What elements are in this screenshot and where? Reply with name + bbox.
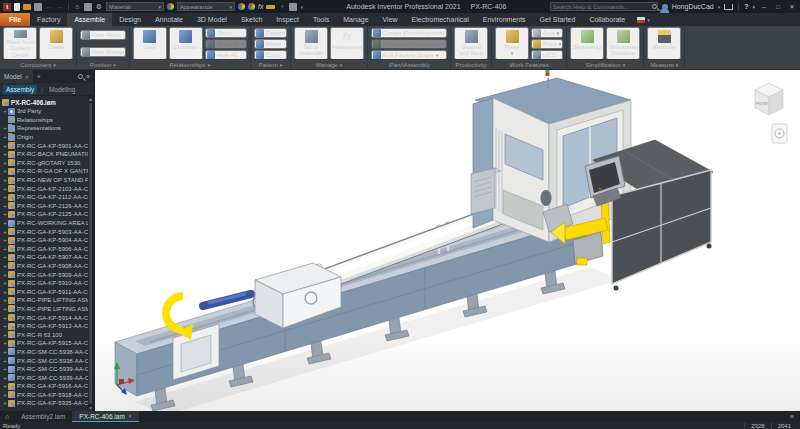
ribbon-tab-tools[interactable]: Tools [306, 13, 336, 26]
mirror-button[interactable]: Mirror [254, 39, 287, 49]
chevron-down-icon[interactable]: ▾ [647, 17, 650, 23]
tree-node[interactable]: +PX-RC-GA-KP-2103-AA-COLOUR[ [2, 184, 93, 193]
parameters-fx-icon[interactable]: fx [258, 3, 263, 10]
tree-node[interactable]: +PX-RC-GA-KP-5910-AA-COLOUR[ [2, 279, 93, 288]
show-button[interactable]: Show [205, 28, 247, 38]
tree-node[interactable]: +PX-RC-GA-KP-5906-AA-COLOUR[ [2, 245, 93, 254]
add-browser-tab-button[interactable]: + [33, 73, 45, 80]
appearance-combobox[interactable]: Appearance ▾ [177, 2, 235, 11]
ribbon-tab-inspect[interactable]: Inspect [269, 13, 306, 26]
tree-root-node[interactable]: PX-RC-406.iam [2, 97, 93, 107]
user-name[interactable]: HongDucCad [672, 3, 714, 10]
tree-node[interactable]: +PX-RC-SM-CC-5938-AA-COLOUR[ [2, 348, 93, 357]
search-icon[interactable] [652, 4, 657, 9]
shrinkwrap-button[interactable]: Shrinkwrap [570, 27, 604, 60]
panel-label-work-features[interactable]: Work Features [492, 59, 566, 69]
tree-node[interactable]: +PX-RC-GA-KP-5904-AA-COLOUR[ [2, 236, 93, 245]
color-wheel-icon[interactable] [167, 3, 174, 10]
tree-node[interactable]: +PX-RC-BACK PNEUMATIC CHUCK [2, 150, 93, 159]
redo-icon[interactable]: → [56, 3, 64, 11]
close-icon[interactable]: ✕ [128, 413, 133, 419]
print-icon[interactable] [84, 3, 92, 11]
tree-node[interactable]: +PX-RC-PIPE LIFTING ASM FOR GL [2, 305, 93, 314]
minimize-button[interactable]: ─ [759, 4, 769, 10]
place-from-content-center-button[interactable]: Place from Content Center [3, 27, 37, 60]
browser-scrollbar[interactable]: ▲ ▼ [88, 96, 93, 411]
tree-node[interactable]: +PX-RC-R 63.100 [2, 330, 93, 339]
undo-icon[interactable]: ← [45, 3, 53, 11]
ribbon-tab-factory[interactable]: Factory [30, 13, 67, 26]
plane-button[interactable]: Plane▾ [495, 27, 529, 60]
constrain-button[interactable]: Constrain [169, 27, 203, 60]
user-menu-chevron-icon[interactable]: ▾ [718, 4, 721, 10]
material-combobox[interactable]: Material ▾ [106, 2, 164, 11]
ribbon-tab-file[interactable]: File [0, 13, 30, 26]
panel-label-manage[interactable]: Manage▾ [291, 59, 367, 69]
save-icon[interactable] [34, 3, 42, 11]
ribbon-tab-assemble[interactable]: Assemble [67, 13, 112, 26]
ground-and-root-button[interactable]: Ground and Root [454, 27, 488, 60]
tree-node[interactable]: +PX-RC-GA-KP-5911-AA-COLOUR[ [2, 287, 93, 296]
ribbon-tab-collaborate[interactable]: Collaborate [582, 13, 632, 26]
show-sick-button[interactable]: Show Sick [205, 39, 247, 49]
ribbon-tab-sketch[interactable]: Sketch [234, 13, 269, 26]
tree-node[interactable]: +PX-RC-GA-KP-5909-AA-COLOUR[ [2, 270, 93, 279]
tree-node[interactable]: +PX-RC-PIPE LIFTING ASM FOR GL [2, 296, 93, 305]
scrollbar-thumb[interactable] [89, 103, 92, 404]
point-button[interactable]: Point▾ [531, 39, 563, 49]
scroll-up-icon[interactable]: ▲ [88, 96, 93, 102]
edit-using-spreadsheet-button[interactable]: Edit using Spreadsheet [371, 39, 447, 49]
tree-node[interactable]: +PX-RC-GA-KP-5903-AA-COLOUR[ [2, 227, 93, 236]
browser-tab-model[interactable]: Model ✕ [0, 70, 33, 83]
clear-color-icon[interactable] [248, 3, 255, 10]
home-tab-icon[interactable]: ⌂ [0, 411, 14, 422]
panel-label-productivity[interactable]: Productivity [451, 59, 491, 69]
copy-button[interactable]: Copy [254, 50, 287, 60]
bill-of-materials-button[interactable]: Bill of Materials [294, 27, 328, 60]
tree-node[interactable]: +Origin [2, 133, 93, 142]
new-file-icon[interactable] [14, 3, 20, 11]
ribbon-tab-annotate[interactable]: Annotate [148, 13, 190, 26]
open-folder-icon[interactable] [23, 4, 31, 10]
tree-node[interactable]: +PX-RC-R-GA OF X GANTRY ASSEM [2, 167, 93, 176]
doc-tab-px-rc-406-iam[interactable]: PX-RC-406.iam✕ [72, 411, 139, 422]
tree-node[interactable]: +PX-RC-GA-KP-2112-AA-COLOUR[ [2, 193, 93, 202]
close-icon[interactable]: ✕ [25, 74, 29, 80]
add-tool-icon[interactable]: + [278, 3, 286, 11]
tree-node[interactable]: +PX-RC-GA-KP-5901-AA-COLOUR[ [2, 141, 93, 150]
browser-subtab-assembly[interactable]: Assembly [3, 85, 37, 94]
panel-label-simplification[interactable]: Simplification▾ [567, 59, 643, 69]
parameters-button[interactable]: fxParameters [330, 27, 364, 60]
doc-tab-assembly2-iam[interactable]: Assembly2.iam [14, 411, 72, 422]
view-cube[interactable]: FRONT [746, 76, 792, 146]
inventor-logo-icon[interactable]: I [3, 3, 11, 11]
measure-button[interactable]: Measure [647, 27, 681, 60]
edit-factory-scope-button[interactable]: Edit Factory Scope▾ [371, 50, 447, 60]
tree-node[interactable]: Relationships [2, 116, 93, 125]
ribbon-tab-get-started[interactable]: Get Started [533, 13, 583, 26]
tree-node[interactable]: +PX-RC-GA-KP-5915-AA-COLOUR [2, 339, 93, 348]
layers-icon[interactable] [289, 3, 297, 11]
ribbon-tab-manage[interactable]: Manage [336, 13, 375, 26]
tree-node[interactable]: +PX-RC-GA-KP-2126-AA-COLOUR[ [2, 202, 93, 211]
language-flag-icon[interactable] [637, 17, 645, 23]
machine-model[interactable] [95, 70, 800, 411]
tree-node[interactable]: +Representations [2, 124, 93, 133]
free-move-button[interactable]: Free Move [80, 30, 126, 40]
browser-subtab-modeling[interactable]: Modeling [47, 85, 77, 94]
restore-button[interactable]: □ [773, 4, 783, 10]
tree-node[interactable]: +PX-RC-NEW OP STAND FOR GLOB [2, 176, 93, 185]
help-menu-chevron-icon[interactable]: ▾ [752, 4, 755, 10]
gear-icon[interactable]: ⚙ [95, 3, 103, 11]
shrinkwrap-substitute-button[interactable]: Shrinkwrap Substitute [606, 27, 640, 60]
ucs-button[interactable]: UCS [531, 50, 563, 60]
panel-label-ipart-iassembly[interactable]: iPart/iAssembly [368, 59, 450, 69]
help-search-input[interactable] [551, 4, 652, 10]
adjust-color-icon[interactable] [238, 3, 245, 10]
create-ipart-iassembly-button[interactable]: Create iPart/iAssembly [371, 28, 447, 38]
browser-search-icon[interactable] [78, 74, 83, 79]
home-icon[interactable]: ⌂ [73, 3, 81, 11]
tree-node[interactable]: +PX-RC-GA-KP-5914-AA-COLOUR[ [2, 313, 93, 322]
axis-button[interactable]: Axis▾ [531, 28, 563, 38]
ribbon-tab-electromechanical[interactable]: Electromechanical [405, 13, 476, 26]
